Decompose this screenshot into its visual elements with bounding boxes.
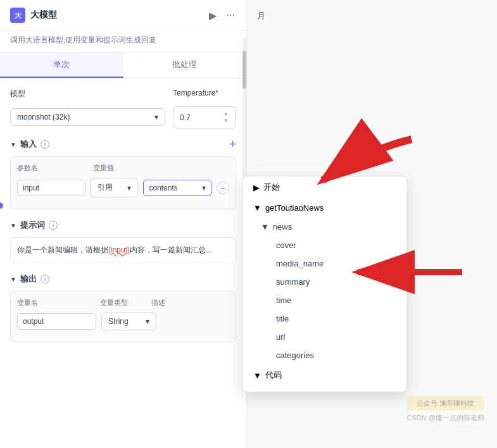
dropdown-item-code[interactable]: ▼ 代码	[243, 364, 406, 386]
temp-value: 0.7	[180, 113, 191, 122]
categories-label: categories	[276, 351, 314, 360]
ref-selector[interactable]: contents ▾	[143, 180, 211, 196]
news-label: news	[273, 222, 292, 232]
title-row: 大 大模型	[10, 8, 57, 23]
tab-single[interactable]: 单次	[0, 53, 123, 78]
dropdown-list: ▶ 开始 ▼ getToutiaoNews ▼ news cover media…	[243, 177, 406, 392]
code-label: 代码	[265, 370, 282, 381]
dropdown-item-gettoutiaonews[interactable]: ▼ getToutiaoNews	[243, 198, 406, 218]
dropdown-item-media-name[interactable]: media_name	[243, 254, 406, 273]
play-button[interactable]: ▶	[208, 8, 218, 23]
model-temp-row: 模型 moonshot (32k) ▾ Temperature* 0.7 ▲ ▼	[10, 89, 236, 128]
output-section-header: ▼ 输出 i	[10, 273, 236, 285]
gettoutiao-arrow-icon: ▼	[253, 203, 261, 213]
prompt-info-icon[interactable]: i	[49, 221, 58, 230]
spinner-up[interactable]: ▲	[223, 111, 229, 117]
prompt-section-container: ▼ 提示词 i 你是一个新闻编辑，请根据{input}内容，写一篇新闻汇总...	[10, 220, 236, 263]
dropdown-overlay: ▶ 开始 ▼ getToutiaoNews ▼ news cover media…	[242, 176, 407, 392]
output-type-select[interactable]: String ▾	[101, 313, 156, 330]
panel-subtitle: 调用大语言模型,使用变量和提示词生成回复	[0, 31, 246, 53]
start-arrow-icon: ▶	[253, 183, 260, 192]
title-label: title	[276, 314, 289, 323]
dropdown-item-url[interactable]: url	[243, 328, 406, 346]
input-info-icon[interactable]: i	[41, 140, 49, 149]
output-var-input[interactable]	[17, 313, 96, 330]
dropdown-item-cover[interactable]: cover	[243, 236, 406, 254]
output-fields-box: 变量名 变量类型 描述 String ▾	[10, 291, 236, 342]
value-type-label: 引用	[98, 182, 113, 193]
col-param-label: 参数名	[17, 163, 88, 173]
output-info-icon[interactable]: i	[41, 275, 49, 283]
output-title-label: 输出	[20, 273, 37, 285]
more-button[interactable]: ···	[225, 8, 236, 22]
prompt-section-header: ▼ 提示词 i	[10, 220, 236, 231]
tabs-row: 单次 批处理	[0, 53, 246, 78]
header-actions: ▶ ···	[208, 8, 236, 23]
output-title-group: ▼ 输出 i	[10, 273, 49, 285]
temp-label: Temperature*	[173, 89, 236, 97]
url-label: url	[276, 332, 285, 342]
dropdown-item-summary[interactable]: summary	[243, 273, 406, 291]
prompt-text-box[interactable]: 你是一个新闻编辑，请根据{input}内容，写一篇新闻汇总...	[10, 237, 236, 263]
dropdown-item-title[interactable]: title	[243, 309, 406, 328]
dropdown-item-categories[interactable]: categories	[243, 346, 406, 364]
panel-icon: 大	[10, 8, 25, 23]
param-name-input[interactable]	[17, 180, 85, 196]
media-name-label: media_name	[276, 259, 324, 268]
start-label: 开始	[263, 182, 280, 193]
gettoutiao-label: getToutiaoNews	[265, 203, 324, 213]
dropdown-item-start[interactable]: ▶ 开始	[243, 177, 406, 198]
output-type-chevron: ▾	[146, 317, 149, 326]
temp-group: Temperature* 0.7 ▲ ▼	[173, 89, 236, 128]
output-param-row: String ▾	[17, 313, 229, 330]
cover-label: cover	[276, 240, 296, 250]
prompt-collapse-icon[interactable]: ▼	[10, 222, 16, 229]
output-desc-label: 描述	[151, 298, 229, 308]
output-collapse-icon[interactable]: ▼	[10, 276, 16, 283]
summary-label: summary	[276, 277, 310, 287]
output-type-value: String	[108, 317, 128, 326]
watermark-text2: CSDN @懂一点的陈老师	[407, 414, 484, 421]
dropdown-item-time[interactable]: time	[243, 291, 406, 309]
dropdown-item-news[interactable]: ▼ news	[243, 218, 406, 236]
input-section-header: ▼ 输入 i +	[10, 139, 236, 150]
output-col-labels: 变量名 变量类型 描述	[17, 298, 229, 308]
scrollbar-thumb	[242, 51, 246, 89]
watermark-text1: 公众号 旭哥聊科技	[417, 399, 474, 407]
input-fields-box: 参数名 变量值 引用 ▾ contents ▾ −	[10, 156, 236, 209]
model-group: 模型 moonshot (32k) ▾	[10, 89, 165, 128]
collapse-icon[interactable]: ▼	[10, 141, 16, 148]
right-content: 月	[247, 0, 497, 32]
prompt-text-after: 内容，写一篇新闻汇总...	[130, 246, 212, 254]
value-type-select[interactable]: 引用 ▾	[91, 178, 139, 197]
tab-batch[interactable]: 批处理	[123, 53, 247, 78]
right-panel-label: 月	[257, 11, 265, 20]
remove-input-button[interactable]: −	[217, 182, 229, 194]
value-type-chevron: ▾	[127, 184, 131, 192]
model-label: 模型	[10, 89, 165, 99]
spinner-down[interactable]: ▼	[223, 118, 229, 124]
prompt-title-group: ▼ 提示词 i	[10, 220, 58, 231]
titles-label: titles	[268, 390, 286, 392]
col-value-label: 变量值	[93, 163, 135, 173]
panel-body: 模型 moonshot (32k) ▾ Temperature* 0.7 ▲ ▼	[0, 78, 246, 448]
news-arrow-icon: ▼	[261, 222, 269, 232]
temp-input[interactable]: 0.7 ▲ ▼	[173, 106, 236, 128]
output-type-label: 变量类型	[100, 298, 147, 308]
watermark: 公众号 旭哥聊科技 CSDN @懂一点的陈老师	[407, 396, 484, 423]
code-arrow-icon: ▼	[253, 371, 261, 380]
spinner-buttons: ▲ ▼	[223, 111, 229, 124]
add-input-button[interactable]: +	[229, 139, 236, 150]
model-select[interactable]: moonshot (32k) ▾	[10, 108, 165, 126]
prompt-text-content: 你是一个新闻编辑，请根据{input}内容，写一篇新闻汇总...	[17, 244, 229, 256]
input-section-container: ▼ 输入 i + 参数名 变量值 引用	[10, 139, 236, 209]
dropdown-item-titles[interactable]: titles	[243, 386, 406, 392]
model-chevron-icon: ▾	[154, 113, 158, 121]
ref-chevron-icon: ▾	[202, 184, 206, 192]
panel-header: 大 大模型 ▶ ···	[0, 0, 246, 31]
input-title-group: ▼ 输入 i	[10, 139, 49, 150]
ref-value-label: contents	[149, 184, 177, 192]
prompt-highlight: {input}	[108, 246, 130, 254]
output-section-container: ▼ 输出 i 变量名 变量类型 描述 String ▾	[10, 273, 236, 342]
output-var-label: 变量名	[17, 298, 95, 308]
